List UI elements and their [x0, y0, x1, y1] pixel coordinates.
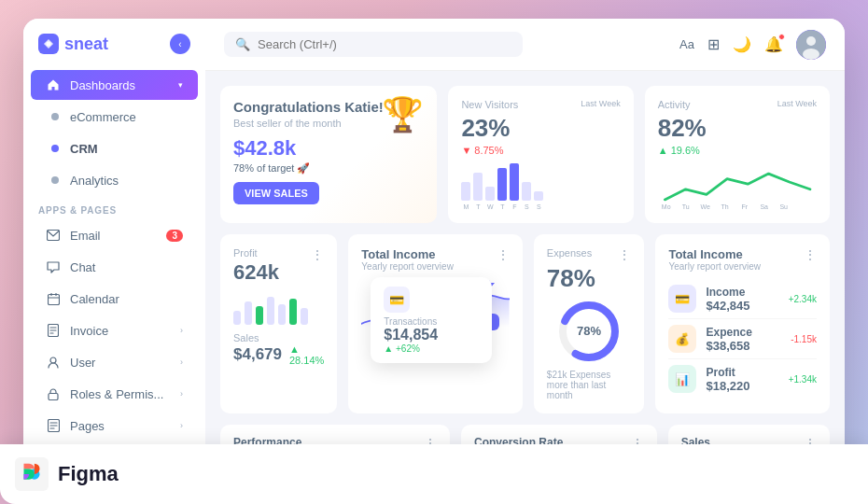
sidebar-item-email[interactable]: Email 3 [31, 220, 198, 250]
sales-label: Sales [233, 332, 324, 343]
expenses-card: Expenses ⋮ 78% 78% $21k Expenses more th… [534, 234, 645, 413]
income-row-income-amount: $42,845 [706, 299, 778, 313]
pages-label: Pages [70, 419, 171, 433]
activity-line-svg [658, 163, 817, 210]
sidebar-collapse-button[interactable]: ‹ [170, 34, 190, 54]
sidebar-item-chat[interactable]: Chat [31, 252, 198, 282]
income-right-menu-dots[interactable]: ⋮ [804, 247, 817, 262]
congrats-amount: $42.8k [233, 136, 424, 161]
profit-value: 624k [233, 260, 279, 285]
new-visitors-week: Last Week [581, 99, 620, 108]
income-change-down: -1.15k [791, 334, 817, 344]
analytics-dot [46, 173, 61, 188]
income-row-expense: 💰 Expence $38,658 -1.15k [668, 319, 817, 359]
sidebar-item-analytics[interactable]: Analytics [31, 165, 198, 195]
income-row-profit: 📊 Profit $18,220 +1.34k [668, 359, 817, 399]
avatar[interactable] [796, 30, 826, 60]
grid-icon[interactable]: ⊞ [707, 35, 720, 53]
bar-labels: M T W T F S S [461, 203, 620, 210]
user-label: User [70, 356, 171, 370]
income-row-profit-amount: $18,220 [706, 379, 778, 393]
cards-row-2: Profit 624k ⋮ Sales [220, 234, 830, 413]
crm-label: CRM [70, 142, 183, 156]
expenses-subtitle: $21k Expenses more than last month [547, 370, 632, 400]
income-row-profit-icon: 📊 [668, 365, 696, 393]
bar-m [461, 182, 470, 201]
svg-text:78%: 78% [577, 324, 601, 338]
expenses-value: 78% [547, 264, 632, 293]
app-name: sneat [64, 35, 108, 54]
view-sales-button[interactable]: VIEW SALES [233, 182, 319, 204]
transactions-icon: 💳 [384, 287, 410, 313]
total-income-left-subtitle: Yearly report overview [361, 261, 454, 272]
congrats-target: 78% of target 🚀 [233, 162, 424, 175]
income-chart-area: Yoko Pottie Tyne Widmore 💳 Transactions … [361, 279, 510, 335]
pages-chevron: › [180, 421, 183, 430]
svg-rect-5 [49, 393, 58, 399]
new-visitors-change: ▼ 8.75% [461, 145, 620, 156]
sidebar-item-calendar[interactable]: Calendar [31, 284, 198, 314]
roles-chevron: › [180, 389, 183, 399]
activity-week: Last Week [777, 99, 817, 108]
total-income-left-card: Total Income Yearly report overview ⋮ [348, 234, 523, 413]
sidebar-item-dashboards[interactable]: Dashboards ▾ [31, 70, 198, 100]
income-profit-change: +1.34k [789, 374, 817, 385]
sidebar-header: sneat ‹ [23, 34, 205, 69]
apps-pages-section-title: APPS & PAGES [23, 196, 205, 219]
chat-label: Chat [70, 260, 183, 274]
expenses-menu-dots[interactable]: ⋮ [618, 247, 631, 262]
bar-s2 [534, 191, 543, 201]
notification-icon[interactable]: 🔔 [764, 35, 783, 53]
expenses-label: Expenses [547, 247, 592, 259]
sidebar-item-ecommerce[interactable]: eCommerce [31, 102, 198, 132]
income-right-title: Total Income [668, 247, 761, 261]
total-income-left-title: Total Income [361, 247, 454, 261]
activity-change: ▲ 19.6% [658, 145, 817, 156]
profit-card: Profit 624k ⋮ Sales [220, 234, 337, 413]
dashboards-label: Dashboards [70, 78, 169, 92]
moon-icon[interactable]: 🌙 [733, 35, 751, 53]
invoice-label: Invoice [70, 324, 171, 338]
sidebar-item-crm[interactable]: CRM [31, 133, 198, 163]
header: 🔍 Aa ⊞ 🌙 🔔 [205, 19, 845, 71]
translate-icon[interactable]: Aa [679, 37, 694, 51]
income-row-income-label: Income [706, 286, 778, 299]
new-visitors-card: New Visitors Last Week 23% ▼ 8.75% [448, 86, 633, 223]
app-logo: sneat [38, 34, 108, 54]
svg-point-12 [803, 49, 819, 60]
income-row-expense-info: Expence $38,658 [706, 326, 781, 353]
sidebar-item-pages[interactable]: Pages › [31, 411, 198, 441]
main-content: 🔍 Aa ⊞ 🌙 🔔 Congratulations [205, 19, 845, 485]
sidebar-item-user[interactable]: User › [31, 347, 198, 377]
user-icon [46, 355, 61, 370]
expenses-donut: 78% [547, 299, 632, 364]
search-input[interactable] [258, 37, 511, 51]
svg-point-11 [806, 36, 816, 46]
transactions-change: ▲ +62% [384, 343, 479, 354]
sales-change: ▲ 28.14% [289, 343, 324, 366]
sidebar-item-invoice[interactable]: Invoice › [31, 315, 198, 345]
income-change-up: +2.34k [789, 294, 817, 304]
income-row-expense-label: Expence [706, 326, 781, 339]
email-badge: 3 [166, 230, 183, 242]
income-row-income-info: Income $42,845 [706, 286, 778, 313]
activity-chart [658, 163, 817, 201]
search-box[interactable]: 🔍 [224, 32, 523, 57]
calendar-icon [46, 291, 61, 306]
income-left-menu-dots[interactable]: ⋮ [497, 247, 510, 262]
chat-icon [46, 259, 61, 274]
income-row-profit-label: Profit [706, 366, 778, 379]
new-visitors-value: 23% [461, 114, 620, 143]
profit-menu-dots[interactable]: ⋮ [311, 247, 324, 262]
cards-row-1: Congratulations Katie! 🎉 Best seller of … [220, 86, 830, 223]
sidebar-item-roles[interactable]: Roles & Permis... › [31, 379, 198, 409]
figma-brand-label: Figma [58, 462, 119, 485]
invoice-icon [46, 323, 61, 338]
transactions-label: Transactions [384, 316, 479, 327]
email-icon [46, 228, 61, 243]
content-area: Congratulations Katie! 🎉 Best seller of … [205, 71, 845, 485]
lock-icon [46, 386, 61, 401]
roles-label: Roles & Permis... [70, 387, 171, 401]
sales-value: $4,679 [233, 345, 282, 364]
home-icon [46, 77, 61, 92]
